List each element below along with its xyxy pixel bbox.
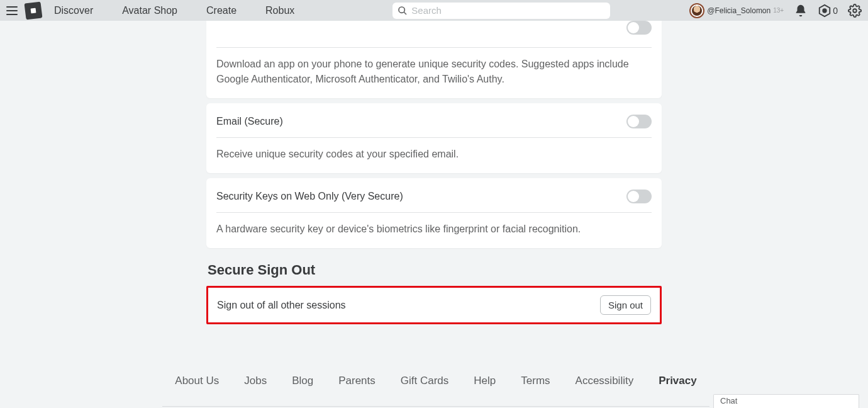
footer-accessibility[interactable]: Accessibility xyxy=(576,375,634,387)
auth-app-card: Download an app on your phone to generat… xyxy=(206,21,662,98)
search-input[interactable] xyxy=(411,5,605,16)
signout-button[interactable]: Sign out xyxy=(600,295,651,315)
footer-privacy[interactable]: Privacy xyxy=(659,375,697,387)
footer-parents[interactable]: Parents xyxy=(338,375,376,387)
menu-button[interactable] xyxy=(6,6,18,15)
footer: About Us Jobs Blog Parents Gift Cards He… xyxy=(162,375,709,408)
footer-links: About Us Jobs Blog Parents Gift Cards He… xyxy=(162,375,709,406)
email-toggle[interactable] xyxy=(626,115,652,128)
footer-terms[interactable]: Terms xyxy=(521,375,550,387)
footer-about[interactable]: About Us xyxy=(175,375,219,387)
email-title: Email (Secure) xyxy=(216,116,283,127)
settings-icon[interactable] xyxy=(848,4,862,18)
email-desc: Receive unique security codes at your sp… xyxy=(216,147,652,162)
footer-giftcards[interactable]: Gift Cards xyxy=(401,375,449,387)
security-keys-desc: A hardware security key or device's biom… xyxy=(216,222,652,237)
signout-card: Sign out of all other sessions Sign out xyxy=(206,286,662,324)
footer-jobs[interactable]: Jobs xyxy=(244,375,267,387)
svg-point-3 xyxy=(823,9,826,13)
roblox-logo[interactable] xyxy=(25,1,43,20)
username-label: @Felicia_Solomon xyxy=(707,6,771,15)
svg-line-1 xyxy=(404,12,406,14)
security-keys-toggle[interactable] xyxy=(626,190,652,203)
notifications-icon[interactable] xyxy=(794,4,808,18)
robux-icon xyxy=(818,4,832,18)
auth-app-toggle[interactable] xyxy=(626,21,652,35)
robux-balance[interactable]: 0 xyxy=(818,4,838,18)
svg-point-4 xyxy=(853,9,857,13)
secure-signout-heading: Secure Sign Out xyxy=(208,262,662,278)
footer-help[interactable]: Help xyxy=(474,375,496,387)
security-keys-title: Security Keys on Web Only (Very Secure) xyxy=(216,191,403,202)
robux-count: 0 xyxy=(833,6,838,16)
chat-tab[interactable]: Chat xyxy=(713,394,859,408)
nav-links: Discover Avatar Shop Create Robux xyxy=(54,5,294,16)
security-keys-card: Security Keys on Web Only (Very Secure) … xyxy=(206,178,662,248)
avatar xyxy=(689,3,704,18)
nav-create[interactable]: Create xyxy=(206,5,236,16)
age-badge: 13+ xyxy=(773,7,784,14)
nav-avatar-shop[interactable]: Avatar Shop xyxy=(122,5,177,16)
user-profile-link[interactable]: @Felicia_Solomon 13+ xyxy=(689,3,784,18)
nav-robux[interactable]: Robux xyxy=(265,5,294,16)
search-box[interactable] xyxy=(392,3,610,19)
nav-discover[interactable]: Discover xyxy=(54,5,93,16)
signout-label: Sign out of all other sessions xyxy=(217,300,346,311)
auth-app-desc: Download an app on your phone to generat… xyxy=(216,57,652,87)
topbar: Discover Avatar Shop Create Robux @Felic… xyxy=(0,0,868,21)
search-icon xyxy=(398,6,408,16)
email-card: Email (Secure) Receive unique security c… xyxy=(206,103,662,173)
footer-blog[interactable]: Blog xyxy=(292,375,313,387)
svg-point-0 xyxy=(399,7,404,13)
